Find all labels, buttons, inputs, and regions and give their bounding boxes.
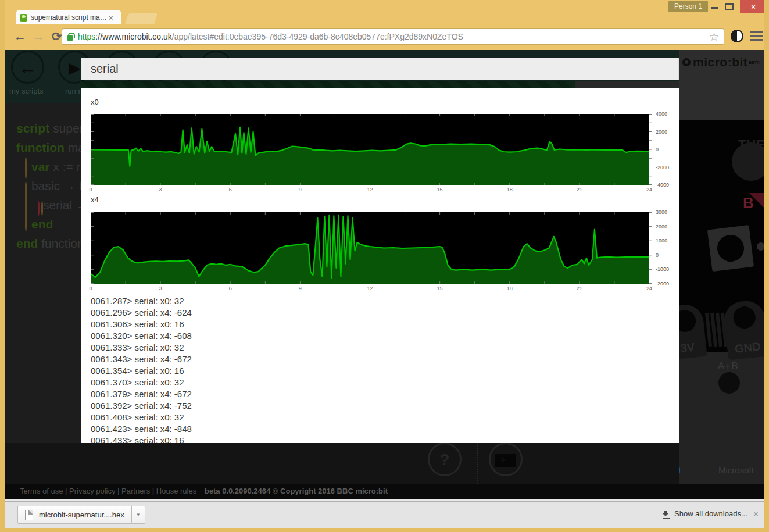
simulator-button xyxy=(707,225,754,272)
terminal-button: >_ xyxy=(489,442,523,476)
padlock-icon xyxy=(67,35,73,41)
tab-close-icon[interactable]: × xyxy=(109,13,113,22)
x-axis-tick-label: 15 xyxy=(437,285,443,291)
chart-x0: 03691215182124400020000-2000-4000 xyxy=(91,114,678,201)
serial-log-line: 0061.423> serial: x4: -848 xyxy=(91,423,666,435)
y-axis-tick-label: 4000 xyxy=(656,111,667,117)
tab-favicon-icon xyxy=(20,14,27,22)
download-item-button[interactable]: microbit-supernatur....hex xyxy=(17,506,132,524)
url-text: https://www.microbit.co.uk/app/latest#ed… xyxy=(78,32,707,41)
x-axis-tick-label: 12 xyxy=(367,285,373,291)
browser-tab[interactable]: supernatural script main - × xyxy=(16,10,121,25)
serial-log-line: 0061.433> serial: x0: 16 xyxy=(91,435,666,443)
y-axis-tick-label: -2000 xyxy=(656,165,669,170)
chart-x0-title: x0 xyxy=(91,98,99,106)
y-axis-tick-label: -4000 xyxy=(656,182,669,188)
bottom-button-strip xyxy=(5,443,679,484)
serial-dialog-title: serial xyxy=(81,58,679,80)
divider xyxy=(477,441,478,484)
ab-button xyxy=(718,372,740,394)
url-path: /app/latest#edit:0ebae395-76d3-4929-da6b… xyxy=(172,32,463,41)
x-axis-tick-label: 15 xyxy=(437,187,443,192)
x-axis-tick-label: 24 xyxy=(646,187,652,192)
forward-icon: → xyxy=(33,30,45,44)
serial-log-line: 0061.370> serial: x0: 32 xyxy=(91,377,666,388)
x-axis-tick-label: 18 xyxy=(507,285,513,291)
x-axis-tick-label: 12 xyxy=(367,187,373,192)
serial-log-line: 0061.408> serial: x0: 32 xyxy=(91,412,666,423)
pin-gnd-label: GND xyxy=(727,339,764,356)
serial-log-line: 0061.287> serial: x0: 32 xyxy=(91,295,666,307)
microbit-logo: micro:bit BETA xyxy=(682,55,760,69)
y-axis-tick-label: 2000 xyxy=(656,224,667,230)
terminal-icon: >_ xyxy=(495,454,516,467)
reload-icon[interactable]: ⟳ xyxy=(52,30,62,44)
code-line: function ma xyxy=(16,138,83,157)
y-axis-tick-label: 3000 xyxy=(656,209,667,215)
serial-log-line: 0061.306> serial: x0: 16 xyxy=(91,319,666,330)
window-maximize-button[interactable] xyxy=(725,3,734,10)
microbit-brand: micro:bit xyxy=(693,55,747,69)
help-button: ? xyxy=(428,442,462,476)
code-line: script super xyxy=(16,119,83,138)
serial-log-line: 0061.343> serial: x4: -672 xyxy=(91,354,666,365)
y-axis-tick-label: 2000 xyxy=(656,129,667,135)
x-axis-tick-label: 6 xyxy=(229,285,232,291)
x-axis-tick-label: 9 xyxy=(299,285,302,291)
y-axis-tick-label: 0 xyxy=(656,147,659,152)
url-bar[interactable]: https://www.microbit.co.uk/app/latest#ed… xyxy=(62,28,724,45)
serial-log-line: 0061.379> serial: x4: -672 xyxy=(91,388,666,400)
url-host: ://www.microbit.co.uk xyxy=(95,32,171,41)
back-icon[interactable]: ← xyxy=(14,30,26,44)
file-icon xyxy=(25,510,33,520)
chart-plot xyxy=(91,212,653,284)
bookmark-star-icon[interactable]: ☆ xyxy=(709,30,719,44)
serial-log-line: 0061.354> serial: x0: 16 xyxy=(91,365,666,377)
serial-log-line: 0061.296> serial: x4: -624 xyxy=(91,307,666,319)
x-axis-tick-label: 21 xyxy=(577,187,582,192)
serial-dialog-body: x0 03691215182124400020000-2000-4000 x4 … xyxy=(81,88,679,443)
x-axis-tick-label: 24 xyxy=(646,285,652,291)
serial-log-line: 0061.320> serial: x4: -608 xyxy=(91,330,666,342)
serial-log[interactable]: 0061.287> serial: x0: 320061.296> serial… xyxy=(91,295,666,443)
download-item[interactable]: microbit-supernatur....hex ▾ xyxy=(17,506,145,524)
x-axis-tick-label: 9 xyxy=(299,187,302,192)
y-axis-tick-label: -2000 xyxy=(656,281,669,287)
b-flag-letter: B xyxy=(743,194,754,212)
code-bracket xyxy=(25,157,27,179)
my-scripts-button: ← xyxy=(11,51,44,84)
window-minimize-button[interactable] xyxy=(711,7,718,9)
footer-links: Terms of use | Privacy policy | Partners… xyxy=(20,487,196,495)
download-shelf: microbit-supernatur....hex ▾ Show all do… xyxy=(5,501,764,528)
downloads-icon xyxy=(663,511,670,518)
site-footer: Terms of use | Privacy policy | Partners… xyxy=(5,484,764,499)
window-border xyxy=(0,0,5,532)
y-axis-tick-label: 1000 xyxy=(656,238,667,244)
x-axis-tick-label: 3 xyxy=(159,187,162,192)
code-line: end function xyxy=(16,234,83,253)
show-all-downloads-link[interactable]: Show all downloads... xyxy=(674,509,747,518)
window-border xyxy=(0,528,769,532)
window-border xyxy=(764,0,769,532)
profile-badge[interactable]: Person 1 xyxy=(668,1,708,12)
simulator-dot xyxy=(757,242,764,251)
shelf-close-icon[interactable]: × xyxy=(753,509,759,519)
extension-icon[interactable] xyxy=(731,30,743,42)
new-tab-button[interactable] xyxy=(125,13,158,24)
my-scripts-label: my scripts xyxy=(9,87,44,95)
code-bracket xyxy=(41,201,43,216)
microbit-logo-icon xyxy=(682,58,691,66)
code-bracket xyxy=(25,181,27,231)
tab-title: supernatural script main - xyxy=(31,13,108,22)
footer-beta-copyright: beta 0.0.2090.2464 © Copyright 2016 BBC … xyxy=(205,487,388,495)
x-axis-tick-label: 6 xyxy=(229,187,232,192)
chart-x4-title: x4 xyxy=(91,195,99,204)
x-axis-tick-label: 21 xyxy=(577,285,582,291)
menu-hamburger-icon[interactable] xyxy=(750,31,763,41)
download-dropdown-button[interactable]: ▾ xyxy=(132,506,145,524)
window-close-button[interactable]: × xyxy=(740,0,767,13)
serial-log-line: 0061.392> serial: x4: -752 xyxy=(91,400,666,412)
x-axis-tick-label: 0 xyxy=(89,285,92,291)
microbit-beta-tag: BETA xyxy=(749,60,760,65)
pin-gnd: GND xyxy=(722,299,764,360)
